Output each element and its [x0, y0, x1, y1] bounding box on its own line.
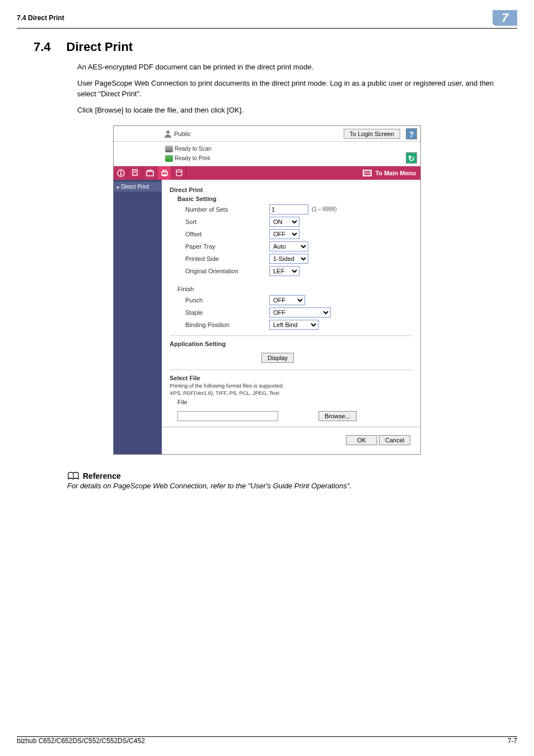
- binding-position-select[interactable]: Left Bind: [269, 320, 318, 330]
- file-path-input[interactable]: [177, 411, 278, 421]
- svg-rect-2: [120, 171, 121, 172]
- tray-label: Paper Tray: [185, 243, 269, 250]
- file-label: File: [177, 399, 189, 405]
- basic-setting-heading: Basic Setting: [177, 195, 413, 202]
- app-setting-heading: Application Setting: [170, 340, 413, 347]
- menu-icon: [363, 170, 372, 176]
- sort-select[interactable]: ON: [269, 217, 299, 227]
- tab-box[interactable]: [143, 166, 157, 180]
- to-main-label: To Main Menu: [375, 170, 416, 176]
- paragraph: An AES-encrypted PDF document can be pri…: [77, 62, 500, 73]
- printed-side-select[interactable]: 1-Sided: [269, 254, 308, 264]
- sidebar-item-direct-print[interactable]: Direct Print: [114, 182, 162, 192]
- to-main-menu-button[interactable]: To Main Menu: [358, 166, 420, 180]
- cancel-button[interactable]: Cancel: [379, 435, 410, 445]
- sets-hint: (1～9999): [312, 206, 336, 213]
- refresh-button[interactable]: ↻: [406, 152, 417, 164]
- staple-select[interactable]: OFF: [269, 307, 331, 318]
- offset-label: Offset: [185, 231, 269, 237]
- svg-rect-1: [120, 172, 121, 175]
- book-icon: [67, 472, 79, 480]
- file-format-note: Printing of the following format files i…: [170, 382, 413, 396]
- tab-info[interactable]: [114, 166, 128, 180]
- printer-icon: [165, 155, 173, 162]
- user-icon: [164, 130, 172, 138]
- staple-label: Staple: [185, 309, 269, 316]
- select-file-heading: Select File: [170, 375, 413, 381]
- scan-status: Ready to Scan: [175, 144, 212, 153]
- tab-storage[interactable]: [172, 166, 186, 180]
- binding-label: Binding Position: [185, 321, 269, 328]
- orientation-label: Original Orientation: [185, 268, 269, 274]
- svg-rect-9: [163, 174, 166, 176]
- scanner-icon: [165, 146, 173, 152]
- paragraph: Click [Browse] to locate the file, and t…: [77, 105, 500, 116]
- print-status: Ready to Print: [175, 153, 210, 163]
- footer-model: bizhub C652/C652DS/C552/C552DS/C452: [17, 737, 145, 745]
- section-title: Direct Print: [67, 40, 133, 54]
- reference-text: For details on PageScope Web Connection,…: [67, 482, 500, 490]
- user-label: Public: [174, 130, 191, 137]
- paragraph: User PageScope Web Connection to print d…: [77, 78, 500, 100]
- divider: [170, 370, 413, 370]
- finish-heading: Finish: [177, 286, 261, 292]
- login-button[interactable]: To Login Screen: [344, 129, 401, 139]
- section-number: 7.4: [34, 40, 51, 54]
- display-button[interactable]: Display: [261, 353, 294, 363]
- svg-rect-6: [147, 171, 153, 176]
- number-of-sets-input[interactable]: [269, 204, 308, 214]
- printed-side-label: Printed Side: [185, 255, 269, 262]
- offset-select[interactable]: OFF: [269, 229, 299, 239]
- panel-title: Direct Print: [170, 186, 413, 193]
- sets-label: Number of Sets: [185, 206, 269, 213]
- sort-label: Sort: [185, 218, 269, 225]
- tab-print[interactable]: [157, 166, 172, 180]
- punch-label: Punch: [185, 297, 269, 304]
- reference-heading: Reference: [83, 472, 121, 480]
- footer-page: 7-7: [508, 737, 517, 745]
- divider: [170, 335, 413, 336]
- punch-select[interactable]: OFF: [269, 295, 305, 305]
- paper-tray-select[interactable]: Auto: [269, 241, 308, 251]
- orientation-select[interactable]: LEF: [269, 266, 299, 276]
- chapter-badge: 7: [493, 10, 517, 26]
- embedded-screenshot: Public To Login Screen ? Ready to Scan R…: [113, 125, 421, 455]
- tab-job[interactable]: [128, 166, 143, 180]
- svg-rect-8: [163, 170, 166, 172]
- ok-button[interactable]: OK: [346, 435, 377, 445]
- help-button[interactable]: ?: [406, 128, 417, 139]
- running-header: 7.4 Direct Print: [17, 14, 64, 22]
- svg-point-10: [176, 170, 182, 172]
- browse-button[interactable]: Browse...: [318, 411, 357, 421]
